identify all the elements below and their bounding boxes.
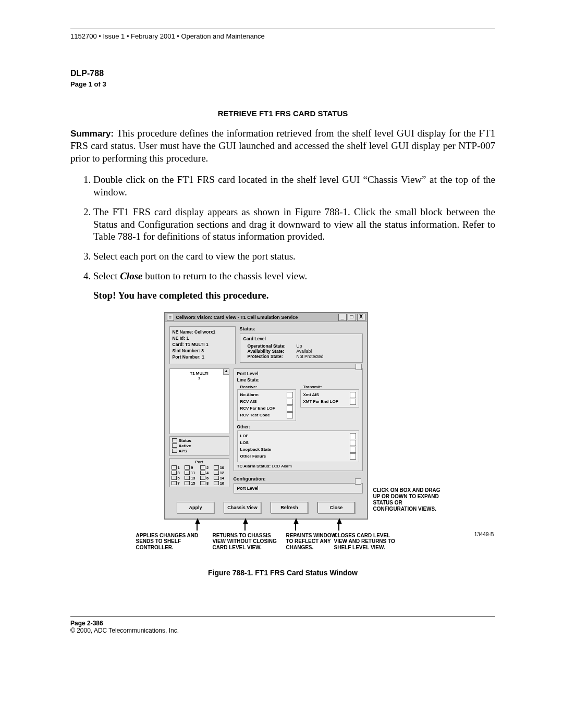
close-window-button[interactable]: X [357,314,365,321]
port-item[interactable]: 2 [200,465,212,470]
stop-line: Stop! You have completed this procedure. [93,290,495,301]
card-level-panel: Card Level Operational State:Up Availabi… [240,334,363,363]
legend-box: Status Active APS [169,436,229,456]
config-label: Configuration: [234,476,363,482]
status-drag-handle[interactable] [356,364,362,370]
status-row: Xmt AIS [303,392,356,398]
refresh-button[interactable]: Refresh [271,502,308,513]
receive-box: No AlarmRCV AISRCV Far End LOFRCV Test C… [237,389,296,421]
config-panel: Port Level [234,483,363,493]
chassis-view-button[interactable]: Chassis View [224,502,261,513]
aps-icon [172,449,177,453]
port-item[interactable]: 8 [200,481,212,486]
step-4: Select Close button to return to the cha… [93,270,495,282]
checkbox-icon [350,392,356,398]
callouts-row: APPLIES CHANGES AND SENDS TO SHELF CONTR… [165,519,366,556]
scroll-up-icon[interactable]: ▴ [223,368,229,375]
checkbox-icon [287,399,293,405]
active-icon [172,443,177,448]
callout-apply: APPLIES CHANGES AND SENDS TO SHELF CONTR… [136,533,204,551]
port-item[interactable]: 16 [214,481,227,486]
callout-close: CLOSES CARD LEVEL VIEW AND RETURNS TO SH… [334,533,402,551]
side-callout: CLICK ON BOX AND DRAG UP OR DOWN TO EXPA… [373,487,444,512]
port-item[interactable]: 3 [172,471,183,475]
port-item[interactable]: 9 [185,465,198,470]
checkbox-icon [350,447,356,453]
port-level-panel: Port Level Line State: Receive: No Alarm… [234,368,363,471]
step-2: The FT1 FRS card display appears as show… [93,206,495,243]
port-item[interactable]: 13 [185,476,198,480]
status-row: Other Failure [240,453,356,460]
status-row: Loopback State [240,447,356,453]
step-3: Select each port on the card to view the… [93,250,495,263]
titlebar: ≡ Cellworx Vision: Card View - T1 Cell E… [165,313,367,322]
port-item[interactable]: 7 [172,481,183,486]
apply-button[interactable]: Apply [177,502,214,513]
drawing-id: 13449-B [474,532,494,537]
summary-label: Summary: [70,129,114,139]
figure-788-1: ≡ Cellworx Vision: Card View - T1 Cell E… [124,313,442,556]
minimize-button[interactable]: _ [338,314,347,321]
figure-caption: Figure 788-1. FT1 FRS Card Status Window [208,569,358,577]
checkbox-icon [350,433,356,439]
card-tree[interactable]: T1 MULTI 1 ▴ [169,368,229,434]
port-item[interactable]: 4 [200,471,212,475]
checkbox-icon [287,412,293,418]
status-row: XMT Far End LOF [303,399,356,405]
checkbox-icon [350,453,356,460]
doc-header: 1152700 • Issue 1 • February 2001 • Oper… [70,32,495,40]
callout-chassis: RETURNS TO CHASSIS VIEW WITHOUT CLOSING … [213,533,286,551]
port-item[interactable]: 10 [214,465,227,470]
port-item[interactable]: 5 [172,476,183,480]
ne-info-box: NE Name: Cellworx1 NE Id: 1 Card: T1 MUL… [169,326,236,364]
window-title: Cellworx Vision: Card View - T1 Cell Emu… [176,315,336,320]
transmit-box: Xmt AISXMT Far End LOF [300,389,359,408]
port-item[interactable]: 12 [214,471,227,475]
app-window: ≡ Cellworx Vision: Card View - T1 Cell E… [165,313,368,519]
status-row: LOF [240,433,356,439]
port-selector: Port 19210311412513614715816 [169,458,229,487]
page-footer: Page 2-386 © 2000, ADC Telecommunication… [70,616,495,634]
port-item[interactable]: 11 [185,471,198,475]
port-item[interactable]: 1 [172,465,183,470]
dlp-code: DLP-788 [70,69,495,78]
step-1: Double click on the FT1 FRS card located… [93,174,495,199]
status-label: Status: [240,326,363,331]
steps-list: Double click on the FT1 FRS card located… [70,174,495,282]
other-box: LOFLOSLoopback StateOther Failure [237,430,359,462]
port-item[interactable]: 15 [185,481,198,486]
status-row: No Alarm [240,392,293,398]
status-row: RCV Test Code [240,412,293,418]
checkbox-icon [287,405,293,412]
port-item[interactable]: 6 [200,476,212,480]
close-button[interactable]: Close [317,502,355,513]
config-drag-handle[interactable] [355,478,361,485]
system-menu-icon[interactable]: ≡ [167,314,174,321]
checkbox-icon [350,440,356,446]
page-of: Page 1 of 3 [70,80,495,88]
checkbox-icon [350,399,356,405]
checkbox-icon [287,392,293,398]
maximize-button[interactable]: □ [348,314,356,321]
summary-paragraph: Summary: This procedure defines the info… [70,127,495,164]
status-row: RCV AIS [240,399,293,405]
status-row: RCV Far End LOF [240,405,293,412]
status-icon [172,438,177,442]
port-item[interactable]: 14 [214,476,227,480]
status-row: LOS [240,440,356,446]
procedure-title: RETRIEVE FT1 FRS CARD STATUS [70,109,495,118]
summary-text: This procedure defines the information r… [70,128,495,164]
